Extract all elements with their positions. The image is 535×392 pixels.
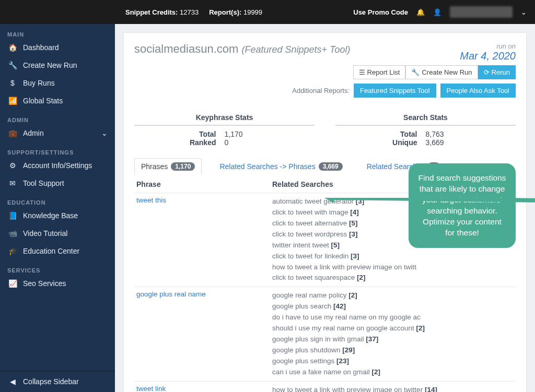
sidebar-item-label: Create New Run <box>23 61 77 69</box>
people-also-ask-tool-link[interactable]: People Also Ask Tool <box>440 84 516 98</box>
grad-icon: 🎓 <box>7 247 18 255</box>
nav-section-title: MAIN <box>0 24 115 39</box>
related-search-item[interactable]: click to tweet squarespace [2] <box>272 272 514 283</box>
chart-icon: 📶 <box>7 97 18 105</box>
stats-row: Keyphrase Stats Total1,170 Ranked0 Searc… <box>134 113 516 147</box>
sidebar-item-label: Tool Support <box>23 179 64 187</box>
related-search-item[interactable]: how to tweet a link with preview image o… <box>272 262 514 273</box>
keyphrase-stats: Keyphrase Stats Total1,170 Ranked0 <box>134 113 315 147</box>
nav-section-title: ADMIN <box>0 110 115 124</box>
sidebar-item-label: Admin <box>23 129 44 137</box>
chevron-down-icon: ⌄ <box>101 129 108 137</box>
phrase-link[interactable]: tweet link <box>136 385 272 392</box>
sidebar-item-dashboard[interactable]: 🏠Dashboard <box>0 39 115 56</box>
sidebar-item-knowledge-base[interactable]: 📘Knowledge Base <box>0 207 115 224</box>
sidebar-item-buy-runs[interactable]: $Buy Runs <box>0 74 115 92</box>
related-search-item[interactable]: do i have to use my real name on my goog… <box>272 312 514 323</box>
sidebar-item-label: Global Stats <box>23 97 63 105</box>
book-icon: 📘 <box>7 211 18 220</box>
table-row: google plus real namegoogle real name po… <box>134 287 516 381</box>
search-stats: Search Stats Total8,763 Unique3,669 <box>335 113 516 147</box>
sidebar-item-label: Knowledge Base <box>23 211 78 220</box>
tab-related-searches-phrases[interactable]: Related Searches -> Phrases 3,669 <box>213 159 348 174</box>
related-search-item[interactable]: google real name policy [2] <box>272 290 514 301</box>
mail-icon: ✉ <box>7 179 18 187</box>
related-search-item[interactable]: click to tweet for linkedin [3] <box>272 251 514 262</box>
briefcase-icon: 💼 <box>7 129 18 137</box>
callout-annotation: Find search suggestions that are likely … <box>409 163 516 248</box>
related-search-item[interactable]: google plus search [42] <box>272 301 514 312</box>
sidebar-item-create-new-run[interactable]: 🔧Create New Run <box>0 56 115 74</box>
wrench-icon: 🔧 <box>7 61 18 69</box>
reports-count: Report(s): 19999 <box>209 8 262 16</box>
line-icon: 📈 <box>7 279 18 288</box>
related-search-item[interactable]: google plus sign in with gmail [37] <box>272 334 514 345</box>
sidebar-item-account-info-settings[interactable]: ⚙Account Info/Settings <box>0 157 115 174</box>
video-icon: 📹 <box>7 229 18 237</box>
sidebar-item-tool-support[interactable]: ✉Tool Support <box>0 174 115 192</box>
phrase-link[interactable]: tweet this <box>136 196 272 283</box>
wrench-icon: 🔧 <box>411 68 420 76</box>
rerun-button[interactable]: ⟳Rerun <box>478 65 516 79</box>
report-list-button[interactable]: ☰Report List <box>353 65 406 79</box>
user-name-redacted <box>450 6 513 18</box>
sidebar-item-label: Video Tutorial <box>23 229 67 237</box>
main-content: socialmediasun.com (Featured Snippets+ T… <box>115 24 535 392</box>
related-search-item[interactable]: google plus settings [23] <box>272 356 514 367</box>
related-search-item[interactable]: how to tweet a link with preview image o… <box>272 385 514 392</box>
nav-section-title: SUPPORT/SETTINGS <box>0 142 115 157</box>
sidebar-item-seo-services[interactable]: 📈Seo Services <box>0 275 115 292</box>
tab-phrases[interactable]: Phrases 1,170 <box>134 158 202 175</box>
additional-reports: Additional Reports: Featured Snippets To… <box>134 84 516 98</box>
nav-section-title: EDUCATION <box>0 192 115 207</box>
related-search-item[interactable]: google plus shutdown [29] <box>272 345 514 356</box>
sidebar-item-label: Buy Runs <box>23 79 55 87</box>
chevron-down-icon[interactable]: ⌄ <box>521 8 527 16</box>
report-card: socialmediasun.com (Featured Snippets+ T… <box>123 32 527 392</box>
run-meta: run on Mar 4, 2020 <box>460 42 516 62</box>
create-new-run-button[interactable]: 🔧Create New Run <box>405 65 478 79</box>
topbar: Snippet Credits: 12733 Report(s): 19999 … <box>0 0 535 24</box>
related-search-item[interactable]: can i use a fake name on gmail [2] <box>272 367 514 378</box>
table-row: tweet linkhow to tweet a link with previ… <box>134 382 516 392</box>
sidebar-item-admin[interactable]: 💼Admin⌄ <box>0 124 115 142</box>
dollar-icon: $ <box>7 79 18 87</box>
sidebar-item-label: Account Info/Settings <box>23 161 92 170</box>
user-icon[interactable]: 👤 <box>433 8 441 16</box>
sidebar-item-education-center[interactable]: 🎓Education Center <box>0 242 115 260</box>
sidebar: INTERNET MARKETING NINJAS MAIN🏠Dashboard… <box>0 0 115 392</box>
page-title: socialmediasun.com (Featured Snippets+ T… <box>134 42 350 56</box>
related-search-item[interactable]: should i use my real name on google acco… <box>272 323 514 334</box>
sidebar-item-label: Education Center <box>23 247 79 255</box>
nav-section-title: SERVICES <box>0 260 115 275</box>
related-searches-cell: google real name policy [2]google plus s… <box>272 290 514 377</box>
nav: MAIN🏠Dashboard🔧Create New Run$Buy Runs📶G… <box>0 24 115 292</box>
featured-snippets-tool-link[interactable]: Featured Snippets Tool <box>354 84 436 98</box>
action-buttons: ☰Report List 🔧Create New Run ⟳Rerun <box>134 65 516 79</box>
sidebar-item-label: Dashboard <box>23 43 59 52</box>
promo-code-link[interactable]: Use Promo Code <box>353 8 408 16</box>
gear-icon: ⚙ <box>7 161 18 170</box>
chevron-left-icon: ◀ <box>7 377 18 386</box>
sidebar-item-label: Seo Services <box>23 279 66 288</box>
bell-icon[interactable]: 🔔 <box>416 8 425 16</box>
list-icon: ☰ <box>359 68 365 76</box>
phrase-link[interactable]: google plus real name <box>136 290 272 377</box>
collapse-label: Collapse Sidebar <box>23 377 79 386</box>
related-searches-cell: how to tweet a link with preview image o… <box>272 385 514 392</box>
sidebar-item-video-tutorial[interactable]: 📹Video Tutorial <box>0 224 115 242</box>
home-icon: 🏠 <box>7 43 18 52</box>
collapse-sidebar[interactable]: ◀ Collapse Sidebar <box>0 371 115 392</box>
sidebar-item-global-stats[interactable]: 📶Global Stats <box>0 92 115 110</box>
refresh-icon: ⟳ <box>484 68 490 76</box>
snippet-credits: Snippet Credits: 12733 <box>125 8 199 16</box>
